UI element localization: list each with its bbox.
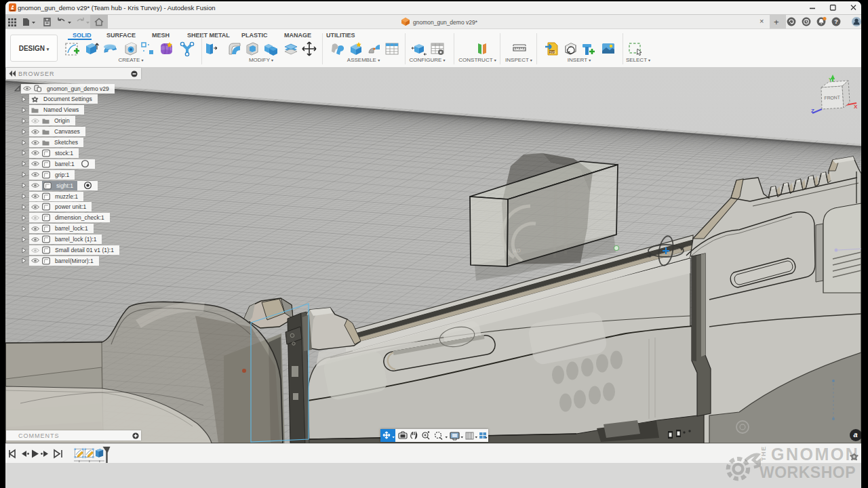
svg-text:Z: Z [811, 108, 814, 114]
svg-text:X: X [854, 104, 858, 110]
svg-text:FRONT: FRONT [824, 95, 840, 100]
svg-text:SVG: SVG [550, 51, 557, 54]
svg-text:?: ? [834, 18, 838, 25]
